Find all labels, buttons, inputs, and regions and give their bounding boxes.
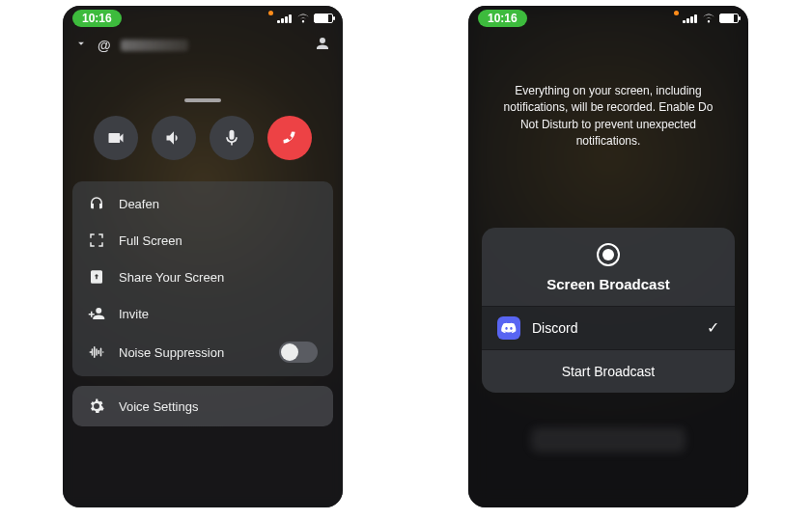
- wifi-icon: [296, 14, 310, 23]
- at-sign-icon: @: [98, 38, 111, 53]
- call-header: @: [63, 31, 343, 56]
- status-right: [674, 14, 739, 23]
- call-menu: Deafen Full Screen Share Your Screen Inv…: [72, 181, 333, 376]
- mic-button[interactable]: [210, 116, 254, 160]
- add-user-icon[interactable]: [314, 35, 331, 56]
- broadcast-warning-text: Everything on your screen, including not…: [468, 31, 748, 151]
- recording-dot-icon: [268, 11, 273, 15]
- headphones-icon: [88, 195, 105, 212]
- drag-handle[interactable]: [184, 98, 221, 102]
- deafen-item[interactable]: Deafen: [72, 185, 333, 222]
- broadcast-app-label: Discord: [532, 320, 577, 336]
- battery-icon: [719, 14, 739, 23]
- gear-icon: [88, 397, 105, 415]
- voice-settings-box: Voice Settings: [72, 386, 333, 426]
- status-time-pill: 10:16: [72, 10, 122, 27]
- status-bar: 10:16: [468, 6, 748, 31]
- recording-dot-icon: [674, 11, 679, 15]
- blurred-bottom-element: [531, 427, 686, 452]
- noise-label: Noise Suppression: [119, 345, 224, 360]
- check-icon: ✓: [707, 318, 719, 337]
- broadcast-title: Screen Broadcast: [482, 276, 735, 292]
- start-broadcast-button[interactable]: Start Broadcast: [482, 350, 735, 393]
- discord-icon: [497, 316, 520, 340]
- hangup-button[interactable]: [267, 116, 312, 160]
- deafen-label: Deafen: [119, 197, 159, 211]
- share-label: Share Your Screen: [119, 270, 224, 285]
- invite-label: Invite: [119, 307, 149, 321]
- noise-toggle[interactable]: [279, 342, 318, 363]
- noise-icon: [88, 343, 105, 361]
- noise-suppression-item[interactable]: Noise Suppression: [72, 332, 333, 372]
- signal-icon: [683, 14, 698, 23]
- fullscreen-icon: [88, 232, 105, 249]
- broadcast-card: Screen Broadcast Discord ✓ Start Broadca…: [482, 228, 735, 393]
- share-screen-item[interactable]: Share Your Screen: [72, 259, 333, 295]
- invite-icon: [88, 305, 105, 322]
- status-right: [268, 14, 333, 23]
- status-bar: 10:16: [63, 6, 343, 31]
- channel-name-blurred: [121, 40, 188, 51]
- signal-icon: [277, 14, 293, 23]
- broadcast-app-row[interactable]: Discord ✓: [482, 306, 735, 350]
- record-icon: [597, 243, 620, 266]
- wifi-icon: [702, 14, 715, 23]
- chevron-down-icon[interactable]: [74, 37, 88, 54]
- video-button[interactable]: [94, 116, 138, 160]
- call-buttons: [63, 116, 343, 160]
- battery-icon: [314, 14, 333, 23]
- fullscreen-label: Full Screen: [119, 233, 182, 248]
- voice-settings-item[interactable]: Voice Settings: [72, 386, 333, 426]
- broadcast-header: Screen Broadcast: [482, 228, 735, 306]
- speaker-button[interactable]: [152, 116, 196, 160]
- fullscreen-item[interactable]: Full Screen: [72, 222, 333, 259]
- phone-right: 10:16 Everything on your screen, includi…: [468, 6, 748, 507]
- voice-settings-label: Voice Settings: [119, 399, 198, 414]
- invite-item[interactable]: Invite: [72, 295, 333, 332]
- screen-share-icon: [88, 268, 105, 286]
- status-time-pill: 10:16: [478, 10, 527, 27]
- phone-left: 10:16 @: [63, 6, 343, 507]
